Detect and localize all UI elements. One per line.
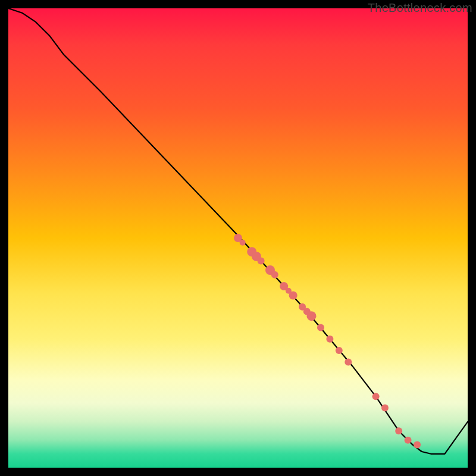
marker-dot — [317, 324, 324, 331]
marker-dot — [258, 258, 265, 265]
marker-group — [234, 234, 421, 448]
marker-dot — [395, 427, 402, 434]
chart-svg — [8, 8, 468, 468]
chart-plot-area — [8, 8, 468, 468]
marker-dot — [240, 240, 246, 246]
watermark-text: TheBottleneck.com — [368, 1, 472, 15]
bottleneck-curve — [8, 8, 468, 454]
marker-dot — [372, 393, 380, 400]
marker-dot — [289, 292, 298, 300]
marker-dot — [326, 336, 333, 343]
marker-dot — [271, 271, 278, 278]
marker-dot — [336, 347, 343, 354]
marker-dot — [414, 441, 421, 448]
marker-dot — [307, 311, 317, 321]
marker-dot — [405, 437, 412, 444]
chart-frame: TheBottleneck.com — [0, 0, 476, 476]
marker-dot — [381, 405, 389, 412]
marker-dot — [345, 358, 352, 365]
